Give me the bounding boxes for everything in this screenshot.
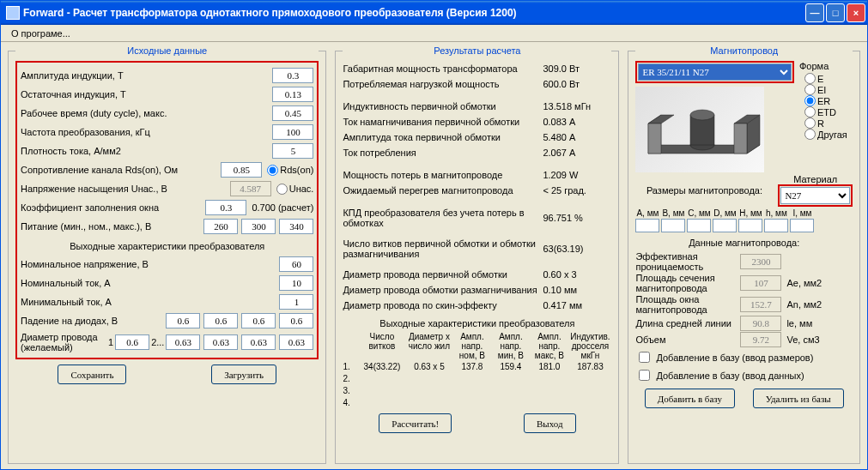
table-row: 2. xyxy=(343,372,611,384)
inp-wire-2b[interactable] xyxy=(203,334,238,350)
load-button[interactable]: Загрузить xyxy=(211,365,276,384)
shape-ER[interactable]: ER xyxy=(804,95,853,106)
window-title: Forward - Расчет трансформатора однотакт… xyxy=(23,7,805,19)
exit-button[interactable]: Выход xyxy=(524,413,576,433)
lbl-fill: Коэффициент заполнения окна xyxy=(21,202,205,213)
data-label: Данные магнитопровода: xyxy=(635,238,853,248)
menubar: О програме... xyxy=(1,25,867,42)
material-select[interactable]: N27 xyxy=(780,187,850,204)
inp-dens[interactable] xyxy=(272,143,313,159)
res-out-head: Выходные характеристики преобразователя xyxy=(343,318,611,328)
add-db-button[interactable]: Добавить в базу xyxy=(645,389,735,408)
save-button[interactable]: Сохранить xyxy=(58,365,126,384)
res-ploss: 1.209 W xyxy=(543,170,611,180)
res-npri: 63(63.19) xyxy=(543,244,611,254)
inp-vd-2[interactable] xyxy=(203,313,238,328)
inp-fill[interactable] xyxy=(205,200,246,215)
maximize-button[interactable]: □ xyxy=(826,3,845,22)
res-dskin: 0.417 мм xyxy=(543,300,611,310)
input-legend: Исходные данные xyxy=(15,45,319,56)
lbl-wire: Диаметр провода (желаемый) xyxy=(21,332,106,352)
core-select[interactable]: ER 35/21/11 N27 xyxy=(638,63,792,81)
input-panel: Исходные данные Амплитуда индукции, Т Ос… xyxy=(8,45,326,464)
del-db-button[interactable]: Удалить из базы xyxy=(753,389,844,408)
shape-label: Форма xyxy=(799,61,853,71)
inp-wire-2d[interactable] xyxy=(279,334,313,350)
inp-vd-3[interactable] xyxy=(241,313,276,328)
menu-about[interactable]: О програме... xyxy=(6,27,76,39)
dims-label: Размеры магнитопровода: xyxy=(635,185,773,196)
res-dpri: 0.60 x 3 xyxy=(543,269,611,280)
chk-add-data[interactable]: Добавление в базу (ввод данных) xyxy=(635,367,853,383)
core-param-0 xyxy=(740,254,781,269)
inp-vnom[interactable] xyxy=(279,256,313,272)
shape-Другая[interactable]: Другая xyxy=(804,129,853,140)
inp-vd-1[interactable] xyxy=(166,313,200,328)
res-lpri: 13.518 мГн xyxy=(543,101,611,111)
inp-duty[interactable] xyxy=(272,105,313,121)
calc-button[interactable]: Рассчитать! xyxy=(379,413,452,433)
dim-D, мм[interactable] xyxy=(713,219,737,232)
inp-unas xyxy=(230,181,271,196)
radio-rds[interactable]: Rds(on) xyxy=(267,165,313,176)
core-panel: Магнитопровод ER 35/21/11 N27 xyxy=(628,45,860,464)
lbl-unas: Напряжение насыщения Uнас., В xyxy=(21,184,230,194)
app-icon xyxy=(6,6,20,20)
lbl-imin: Минимальный ток, А xyxy=(21,297,279,307)
svg-point-2 xyxy=(690,110,714,120)
lbl-rem-ind: Остаточная индукция, Т xyxy=(21,89,272,99)
inp-rds[interactable] xyxy=(221,162,262,178)
lbl-vnom: Номинальное напряжение, В xyxy=(21,259,279,269)
inp-inom[interactable] xyxy=(279,275,313,291)
res-ddmg: 0.10 мм xyxy=(543,285,611,295)
res-eff: 96.751 % xyxy=(543,213,611,223)
lbl-supply: Питание (мин., ном., макс.), В xyxy=(21,221,203,232)
shape-E[interactable]: E xyxy=(804,73,853,84)
radio-unas[interactable]: Uнас. xyxy=(276,184,314,195)
inp-freq[interactable] xyxy=(272,124,313,140)
table-row: 3. xyxy=(343,384,611,396)
dim-C, мм[interactable] xyxy=(687,219,711,232)
res-idc: 2.067 А xyxy=(543,148,611,158)
lbl-amp-ind: Амплитуда индукции, Т xyxy=(21,70,272,81)
lbl-vd: Падение на диодах, В xyxy=(21,316,166,326)
core-param-1 xyxy=(740,275,781,291)
chk-add-dims[interactable]: Добавление в базу (ввод размеров) xyxy=(635,349,853,365)
lbl-rds: Сопротивление канала Rds(on), Ом xyxy=(21,165,221,175)
dim-I, мм[interactable] xyxy=(790,219,814,232)
inp-supply-nom[interactable] xyxy=(241,219,276,234)
inp-rem-ind[interactable] xyxy=(272,87,313,102)
inp-wire-1[interactable] xyxy=(115,334,149,350)
dim-H, мм[interactable] xyxy=(738,219,762,232)
inp-imin[interactable] xyxy=(279,294,313,310)
results-legend: Результаты расчета xyxy=(343,45,611,56)
inp-amp-ind[interactable] xyxy=(272,68,313,83)
inp-vd-4[interactable] xyxy=(279,313,313,328)
inp-supply-max[interactable] xyxy=(279,219,313,234)
shape-ETD[interactable]: ETD xyxy=(804,106,853,118)
results-panel: Результаты расчета Габаритная мощность т… xyxy=(335,45,619,464)
core-legend: Магнитопровод xyxy=(635,45,853,56)
inp-wire-2a[interactable] xyxy=(166,334,200,350)
res-imag: 0.083 А xyxy=(543,117,611,127)
out-head: Выходные характеристики преобразователя xyxy=(21,241,313,251)
minimize-button[interactable]: — xyxy=(805,3,824,22)
dim-B, мм[interactable] xyxy=(661,219,685,232)
dim-h, мм[interactable] xyxy=(764,219,788,232)
inp-wire-2c[interactable] xyxy=(241,334,276,350)
lbl-dens: Плотность тока, А/мм2 xyxy=(21,146,272,156)
fill-calc: 0.700 (расчет) xyxy=(252,202,313,213)
shape-R[interactable]: R xyxy=(804,118,853,129)
close-button[interactable]: × xyxy=(847,3,865,22)
core-param-4 xyxy=(740,332,781,347)
res-pgab: 309.0 Вт xyxy=(543,63,611,74)
main-window: Forward - Расчет трансформатора однотакт… xyxy=(0,0,868,470)
dim-A, мм[interactable] xyxy=(635,219,659,232)
shape-EI[interactable]: EI xyxy=(804,84,853,95)
lbl-duty: Рабочее время (duty cycle), макс. xyxy=(21,108,272,118)
inp-supply-min[interactable] xyxy=(203,219,238,234)
core-param-3 xyxy=(740,316,781,331)
res-pload: 600.0 Вт xyxy=(543,79,611,89)
res-dtmp: < 25 град. xyxy=(543,185,611,196)
table-row: 1.34(33.22)0.63 x 5137.8159.4181.0187.83 xyxy=(343,360,611,372)
